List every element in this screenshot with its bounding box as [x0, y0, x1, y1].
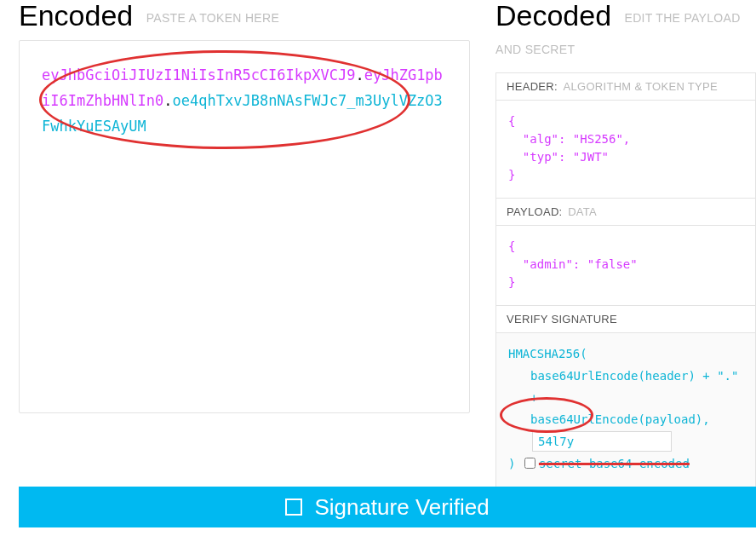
- payload-json[interactable]: { "admin": "false" }: [496, 226, 755, 305]
- token-dot: .: [355, 66, 364, 84]
- verify-section: VERIFY SIGNATURE HMACSHA256( base64UrlEn…: [495, 306, 756, 488]
- verify-close-paren: ): [508, 457, 515, 470]
- decoded-heading: Decoded EDIT THE PAYLOAD AND SECRET: [495, 0, 756, 64]
- header-section-title: HEADER: ALGORITHM & TOKEN TYPE: [496, 73, 755, 101]
- secret-input[interactable]: [532, 431, 672, 452]
- secret-b64-label: secret base64 encoded: [539, 457, 690, 470]
- encoded-heading: Encoded PASTE A TOKEN HERE: [19, 0, 470, 32]
- secret-b64-row: secret base64 encoded: [523, 457, 690, 470]
- token-header-part: eyJhbGciOiJIUzI1NiIsInR5cCI6IkpXVCJ9: [42, 66, 355, 84]
- payload-section-title: PAYLOAD: DATA: [496, 199, 755, 226]
- verify-line-1: base64UrlEncode(header) + "." +: [508, 366, 743, 410]
- decoded-title: Decoded: [495, 0, 611, 32]
- payload-section: PAYLOAD: DATA { "admin": "false" }: [495, 199, 756, 306]
- verify-label: VERIFY SIGNATURE: [507, 313, 617, 326]
- encoded-token-box[interactable]: eyJhbGciOiJIUzI1NiIsInR5cCI6IkpXVCJ9.eyJ…: [19, 40, 470, 413]
- secret-row: [508, 431, 743, 453]
- header-sublabel: ALGORITHM & TOKEN TYPE: [564, 80, 718, 93]
- payload-sublabel: DATA: [568, 205, 597, 218]
- verify-body: HMACSHA256( base64UrlEncode(header) + ".…: [496, 333, 755, 487]
- status-text: Signature Verified: [314, 494, 489, 521]
- header-label: HEADER:: [507, 80, 558, 93]
- secret-b64-checkbox[interactable]: [524, 458, 536, 469]
- payload-label: PAYLOAD:: [507, 205, 563, 218]
- verify-section-title: VERIFY SIGNATURE: [496, 306, 755, 333]
- verify-line-2: base64UrlEncode(payload),: [508, 409, 743, 431]
- verify-algo-line: HMACSHA256(: [508, 347, 587, 360]
- encoded-title: Encoded: [19, 0, 133, 32]
- header-json[interactable]: { "alg": "HS256", "typ": "JWT" }: [496, 101, 755, 198]
- token-dot: .: [163, 92, 172, 109]
- status-box-icon: [285, 499, 302, 516]
- encoded-hint: PASTE A TOKEN HERE: [146, 11, 279, 25]
- header-section: HEADER: ALGORITHM & TOKEN TYPE { "alg": …: [495, 72, 756, 199]
- signature-status-bar: Signature Verified: [19, 487, 756, 527]
